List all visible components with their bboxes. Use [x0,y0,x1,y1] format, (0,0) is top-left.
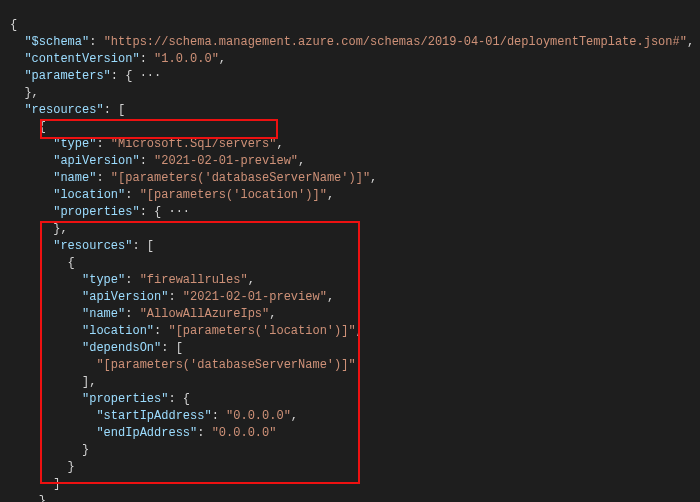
json-key: "name" [53,171,96,185]
json-key: "properties" [53,205,139,219]
brace: { [68,256,75,270]
brace: { [10,18,17,32]
json-key: "resources" [53,239,132,253]
json-value: "2021-02-01-preview" [183,290,327,304]
json-key: "apiVersion" [53,154,139,168]
json-key: "apiVersion" [82,290,168,304]
json-value: "Microsoft.Sql/servers" [111,137,277,151]
brace: { [39,120,46,134]
brace: } [68,460,75,474]
json-key: "dependsOn" [82,341,161,355]
brace: }, [53,222,67,236]
json-value: "https://schema.management.azure.com/sch… [104,35,687,49]
json-key: "type" [53,137,96,151]
json-value: "firewallrules" [140,273,248,287]
brace: }, [24,86,38,100]
json-value: "[parameters('databaseServerName')]" [111,171,370,185]
json-value: "[parameters('databaseServerName')]" [96,358,355,372]
json-key: "resources" [24,103,103,117]
json-key: "properties" [82,392,168,406]
fold-dots-icon[interactable]: ··· [132,69,161,83]
json-key: "name" [82,307,125,321]
bracket: ] [53,477,60,491]
json-key: "location" [53,188,125,202]
json-value: "0.0.0.0" [226,409,291,423]
fold-dots-icon[interactable]: ··· [161,205,190,219]
json-key: "contentVersion" [24,52,139,66]
json-value: "AllowAllAzureIps" [140,307,270,321]
json-key: "startIpAddress" [96,409,211,423]
code-editor[interactable]: { "$schema": "https://schema.management.… [0,0,700,502]
json-value: "[parameters('location')]" [168,324,355,338]
json-key: "location" [82,324,154,338]
json-key: "$schema" [24,35,89,49]
json-key: "parameters" [24,69,110,83]
json-value: "[parameters('location')]" [140,188,327,202]
brace: } [82,443,89,457]
json-key: "endIpAddress" [96,426,197,440]
bracket: ], [82,375,96,389]
json-value: "2021-02-01-preview" [154,154,298,168]
json-value: "0.0.0.0" [212,426,277,440]
json-value: "1.0.0.0" [154,52,219,66]
json-key: "type" [82,273,125,287]
brace: }, [39,494,53,502]
